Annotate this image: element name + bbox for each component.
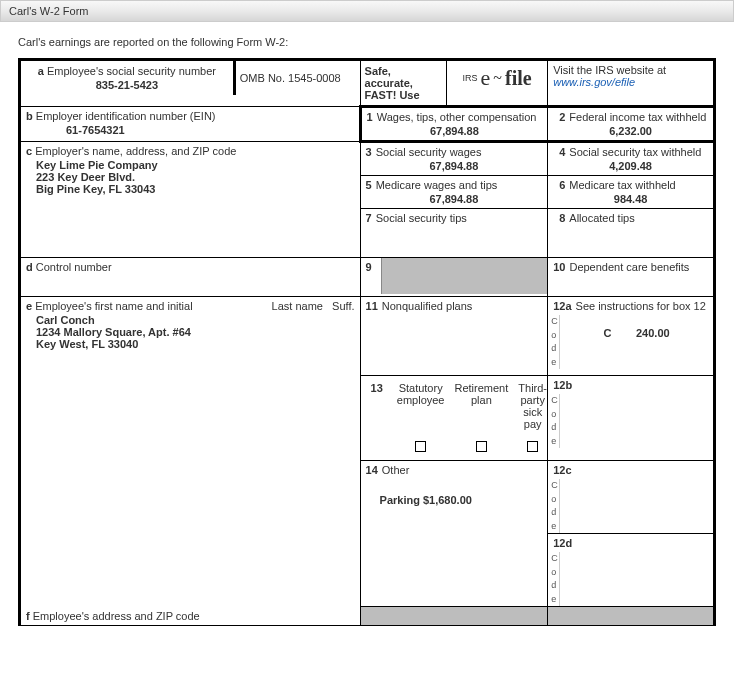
box-1-value: 67,894.88 bbox=[367, 125, 543, 137]
box-9: 9 bbox=[360, 258, 548, 297]
retirement-plan-checkbox[interactable] bbox=[476, 441, 487, 452]
box-6-value: 984.48 bbox=[553, 193, 708, 205]
box-12a: 12aSee instructions for box 12 Code C 24… bbox=[548, 297, 715, 376]
box-7: 7Social security tips bbox=[360, 209, 548, 258]
box-4-value: 4,209.48 bbox=[553, 160, 708, 172]
window-title: Carl's W-2 Form bbox=[9, 5, 89, 17]
visit-irs: Visit the IRS website at www.irs.gov/efi… bbox=[548, 60, 715, 107]
box-10: 10Dependent care benefits bbox=[548, 258, 715, 297]
box-f: f Employee's address and ZIP code bbox=[20, 607, 361, 626]
w2-form: a Employee's social security number 835-… bbox=[18, 58, 716, 626]
box-13: 13 Statutoryemployee Retirementplan Thir… bbox=[360, 376, 548, 461]
box-12c: 12c Code bbox=[548, 461, 715, 534]
box-6: 6Medicare tax withheld 984.48 bbox=[548, 176, 715, 209]
box-11: 11Nonqualified plans bbox=[360, 297, 548, 376]
box-5: 5Medicare wages and tips 67,894.88 bbox=[360, 176, 548, 209]
box-3-value: 67,894.88 bbox=[366, 160, 543, 172]
window-titlebar: Carl's W-2 Form bbox=[0, 0, 734, 22]
box-2: 2Federal income tax withheld 6,232.00 bbox=[548, 107, 715, 142]
box-c: c Employer's name, address, and ZIP code… bbox=[20, 142, 361, 258]
box-12b: 12b Code bbox=[548, 376, 715, 461]
intro-text: Carl's earnings are reported on the foll… bbox=[18, 36, 716, 48]
third-party-sick-pay-checkbox[interactable] bbox=[527, 441, 538, 452]
box-14: 14Other Parking $1,680.00 bbox=[360, 461, 548, 607]
box-1: 1Wages, tips, other compensation 67,894.… bbox=[360, 107, 548, 142]
box-4: 4Social security tax withheld 4,209.48 bbox=[548, 142, 715, 176]
box-b-value: 61-7654321 bbox=[26, 124, 354, 136]
box-14-value: Parking $1,680.00 bbox=[366, 494, 543, 506]
box-12d: 12d Code bbox=[548, 534, 715, 607]
efile-logo: IRS e ~ file bbox=[446, 61, 547, 105]
box-8: 8Allocated tips bbox=[548, 209, 715, 258]
box-a-label: a Employee's social security number bbox=[25, 65, 229, 77]
box-d: d Control number bbox=[20, 258, 361, 297]
box-5-value: 67,894.88 bbox=[366, 193, 543, 205]
safe-line2: FAST! Use bbox=[365, 89, 442, 101]
box-b: b Employer identification number (EIN) 6… bbox=[20, 107, 361, 142]
irs-link[interactable]: www.irs.gov/efile bbox=[553, 76, 635, 88]
box-a-value: 835-21-5423 bbox=[25, 79, 229, 91]
statutory-employee-checkbox[interactable] bbox=[415, 441, 426, 452]
box-12a-value: 240.00 bbox=[636, 327, 670, 339]
box-e: e Employee's first name and initial Last… bbox=[20, 297, 361, 607]
safe-line1: Safe, accurate, bbox=[365, 65, 442, 89]
omb-number: OMB No. 1545-0008 bbox=[234, 61, 359, 95]
box-12a-code: C bbox=[604, 327, 612, 339]
box-2-value: 6,232.00 bbox=[553, 125, 708, 137]
page-content: Carl's earnings are reported on the foll… bbox=[0, 22, 734, 630]
box-3: 3Social security wages 67,894.88 bbox=[360, 142, 548, 176]
